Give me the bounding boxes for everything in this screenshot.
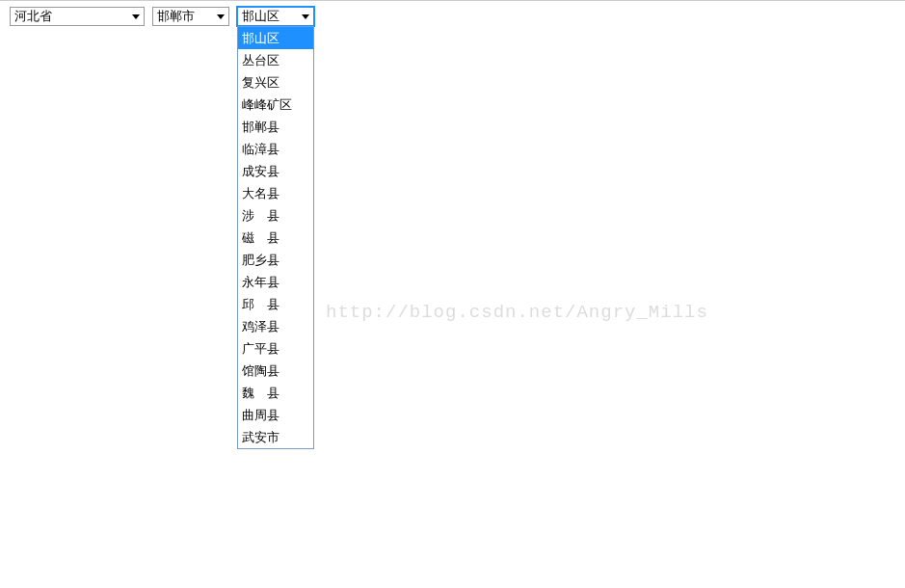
district-select[interactable]: 邯山区 xyxy=(237,7,314,26)
city-selected-value: 邯郸市 xyxy=(157,8,195,25)
district-option[interactable]: 肥乡县 xyxy=(238,249,313,271)
chevron-down-icon xyxy=(217,14,225,19)
chevron-down-icon xyxy=(302,14,309,19)
district-option[interactable]: 邯郸县 xyxy=(238,116,313,138)
district-option[interactable]: 永年县 xyxy=(238,271,313,293)
district-select-wrap: 邯山区 邯山区丛台区复兴区峰峰矿区邯郸县临漳县成安县大名县涉 县磁 县肥乡县永年… xyxy=(237,7,314,26)
district-selected-value: 邯山区 xyxy=(242,8,279,25)
district-option[interactable]: 峰峰矿区 xyxy=(238,94,313,116)
district-option[interactable]: 邯山区 xyxy=(238,27,313,49)
district-option[interactable]: 涉 县 xyxy=(238,204,313,227)
district-dropdown: 邯山区丛台区复兴区峰峰矿区邯郸县临漳县成安县大名县涉 县磁 县肥乡县永年县邱 县… xyxy=(237,26,314,449)
district-option[interactable]: 成安县 xyxy=(238,160,313,182)
region-selects-row: 河北省 邯郸市 邯山区 邯山区丛台区复兴区峰峰矿区邯郸县临漳县成安县大名县涉 县… xyxy=(0,1,905,32)
city-select-wrap: 邯郸市 xyxy=(152,7,229,26)
watermark-text: http://blog.csdn.net/Angry_Mills xyxy=(326,302,708,323)
province-selected-value: 河北省 xyxy=(14,8,52,25)
city-select[interactable]: 邯郸市 xyxy=(152,7,229,26)
district-option[interactable]: 复兴区 xyxy=(238,71,313,94)
district-option[interactable]: 曲周县 xyxy=(238,404,313,426)
district-option[interactable]: 大名县 xyxy=(238,182,313,204)
district-option[interactable]: 武安市 xyxy=(238,426,313,448)
district-option[interactable]: 魏 县 xyxy=(238,382,313,404)
district-option[interactable]: 邱 县 xyxy=(238,293,313,315)
district-option[interactable]: 丛台区 xyxy=(238,49,313,71)
district-option[interactable]: 临漳县 xyxy=(238,138,313,160)
district-option[interactable]: 鸡泽县 xyxy=(238,315,313,337)
province-select-wrap: 河北省 xyxy=(10,7,145,26)
district-option[interactable]: 磁 县 xyxy=(238,227,313,249)
province-select[interactable]: 河北省 xyxy=(10,7,145,26)
chevron-down-icon xyxy=(132,14,140,19)
district-option[interactable]: 广平县 xyxy=(238,337,313,360)
district-option[interactable]: 馆陶县 xyxy=(238,360,313,382)
